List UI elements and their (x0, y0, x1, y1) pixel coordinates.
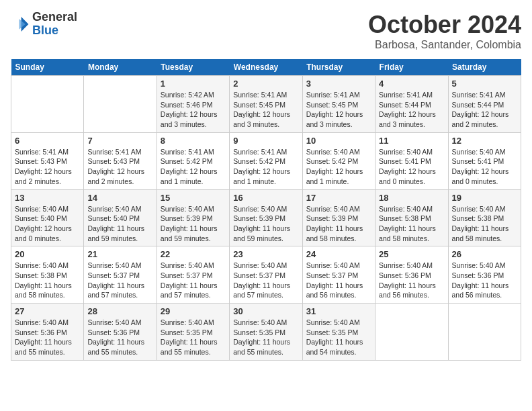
calendar-cell: 9Sunrise: 5:41 AM Sunset: 5:42 PM Daylig… (230, 132, 302, 189)
day-info: Sunrise: 5:40 AM Sunset: 5:41 PM Dayligh… (452, 147, 517, 187)
day-number: 11 (379, 136, 444, 146)
day-info: Sunrise: 5:41 AM Sunset: 5:43 PM Dayligh… (87, 147, 152, 187)
logo-text: General Blue (32, 11, 77, 38)
day-number: 3 (306, 79, 371, 89)
day-info: Sunrise: 5:40 AM Sunset: 5:37 PM Dayligh… (233, 261, 298, 300)
day-info: Sunrise: 5:40 AM Sunset: 5:37 PM Dayligh… (87, 261, 152, 300)
calendar-cell: 30Sunrise: 5:40 AM Sunset: 5:35 PM Dayli… (230, 304, 302, 361)
day-info: Sunrise: 5:40 AM Sunset: 5:42 PM Dayligh… (306, 147, 371, 187)
calendar-cell: 5Sunrise: 5:41 AM Sunset: 5:44 PM Daylig… (448, 76, 521, 133)
day-info: Sunrise: 5:40 AM Sunset: 5:36 PM Dayligh… (452, 261, 517, 300)
calendar-cell (11, 76, 84, 133)
calendar-cell: 24Sunrise: 5:40 AM Sunset: 5:37 PM Dayli… (302, 246, 375, 304)
calendar-cell: 1Sunrise: 5:42 AM Sunset: 5:46 PM Daylig… (157, 76, 229, 133)
day-number: 19 (452, 193, 517, 203)
day-info: Sunrise: 5:40 AM Sunset: 5:36 PM Dayligh… (15, 318, 80, 357)
calendar-cell: 22Sunrise: 5:40 AM Sunset: 5:37 PM Dayli… (157, 246, 229, 304)
calendar-cell: 13Sunrise: 5:40 AM Sunset: 5:40 PM Dayli… (11, 189, 84, 246)
day-number: 26 (452, 249, 517, 259)
day-number: 9 (233, 136, 298, 146)
weekday-header-friday: Friday (375, 59, 448, 76)
calendar-cell: 31Sunrise: 5:40 AM Sunset: 5:35 PM Dayli… (302, 304, 375, 361)
day-number: 6 (15, 136, 80, 146)
day-info: Sunrise: 5:40 AM Sunset: 5:39 PM Dayligh… (306, 204, 371, 244)
calendar-cell: 2Sunrise: 5:41 AM Sunset: 5:45 PM Daylig… (230, 76, 302, 133)
calendar-cell (448, 304, 521, 361)
calendar-cell: 11Sunrise: 5:40 AM Sunset: 5:41 PM Dayli… (375, 132, 448, 189)
calendar-table: SundayMondayTuesdayWednesdayThursdayFrid… (11, 59, 521, 361)
day-number: 1 (161, 79, 226, 89)
day-info: Sunrise: 5:41 AM Sunset: 5:43 PM Dayligh… (15, 147, 80, 187)
day-number: 10 (306, 136, 371, 146)
weekday-header-tuesday: Tuesday (157, 59, 229, 76)
day-info: Sunrise: 5:40 AM Sunset: 5:39 PM Dayligh… (233, 204, 298, 244)
calendar-cell: 12Sunrise: 5:40 AM Sunset: 5:41 PM Dayli… (448, 132, 521, 189)
calendar-cell: 17Sunrise: 5:40 AM Sunset: 5:39 PM Dayli… (302, 189, 375, 246)
page-header: General Blue October 2024 Barbosa, Santa… (11, 11, 521, 51)
weekday-header-saturday: Saturday (448, 59, 521, 76)
calendar-cell: 3Sunrise: 5:41 AM Sunset: 5:45 PM Daylig… (302, 76, 375, 133)
day-info: Sunrise: 5:40 AM Sunset: 5:37 PM Dayligh… (306, 261, 371, 300)
day-number: 15 (161, 193, 226, 203)
calendar-cell: 21Sunrise: 5:40 AM Sunset: 5:37 PM Dayli… (84, 246, 157, 304)
weekday-header-thursday: Thursday (302, 59, 375, 76)
location-subtitle: Barbosa, Santander, Colombia (368, 39, 521, 51)
day-number: 14 (87, 193, 152, 203)
day-number: 27 (15, 306, 80, 316)
calendar-cell: 20Sunrise: 5:40 AM Sunset: 5:38 PM Dayli… (11, 246, 84, 304)
day-number: 12 (452, 136, 517, 146)
day-info: Sunrise: 5:40 AM Sunset: 5:41 PM Dayligh… (379, 147, 444, 187)
calendar-cell (84, 76, 157, 133)
day-info: Sunrise: 5:40 AM Sunset: 5:37 PM Dayligh… (161, 261, 226, 300)
calendar-cell: 4Sunrise: 5:41 AM Sunset: 5:44 PM Daylig… (375, 76, 448, 133)
day-number: 7 (87, 136, 152, 146)
day-info: Sunrise: 5:40 AM Sunset: 5:35 PM Dayligh… (233, 318, 298, 357)
logo-line2: Blue (32, 24, 77, 38)
day-info: Sunrise: 5:40 AM Sunset: 5:35 PM Dayligh… (161, 318, 226, 357)
day-info: Sunrise: 5:41 AM Sunset: 5:42 PM Dayligh… (233, 147, 298, 187)
day-info: Sunrise: 5:40 AM Sunset: 5:38 PM Dayligh… (452, 204, 517, 244)
calendar-cell: 26Sunrise: 5:40 AM Sunset: 5:36 PM Dayli… (448, 246, 521, 304)
logo-icon (11, 15, 30, 34)
calendar-cell: 18Sunrise: 5:40 AM Sunset: 5:38 PM Dayli… (375, 189, 448, 246)
day-info: Sunrise: 5:41 AM Sunset: 5:45 PM Dayligh… (233, 90, 298, 130)
day-number: 16 (233, 193, 298, 203)
day-number: 28 (87, 306, 152, 316)
day-info: Sunrise: 5:41 AM Sunset: 5:44 PM Dayligh… (452, 90, 517, 130)
weekday-header-sunday: Sunday (11, 59, 84, 76)
weekday-header-monday: Monday (84, 59, 157, 76)
title-block: October 2024 Barbosa, Santander, Colombi… (368, 11, 521, 51)
day-info: Sunrise: 5:40 AM Sunset: 5:36 PM Dayligh… (87, 318, 152, 357)
logo: General Blue (11, 11, 77, 38)
calendar-cell: 19Sunrise: 5:40 AM Sunset: 5:38 PM Dayli… (448, 189, 521, 246)
day-info: Sunrise: 5:41 AM Sunset: 5:42 PM Dayligh… (161, 147, 226, 187)
day-number: 20 (15, 249, 80, 259)
logo-line1: General (32, 11, 77, 24)
calendar-cell: 10Sunrise: 5:40 AM Sunset: 5:42 PM Dayli… (302, 132, 375, 189)
calendar-cell: 15Sunrise: 5:40 AM Sunset: 5:39 PM Dayli… (157, 189, 229, 246)
day-number: 5 (452, 79, 517, 89)
calendar-cell: 28Sunrise: 5:40 AM Sunset: 5:36 PM Dayli… (84, 304, 157, 361)
calendar-cell: 6Sunrise: 5:41 AM Sunset: 5:43 PM Daylig… (11, 132, 84, 189)
day-info: Sunrise: 5:40 AM Sunset: 5:39 PM Dayligh… (161, 204, 226, 244)
day-number: 21 (87, 249, 152, 259)
day-number: 25 (379, 249, 444, 259)
day-info: Sunrise: 5:40 AM Sunset: 5:35 PM Dayligh… (306, 318, 371, 357)
weekday-header-wednesday: Wednesday (230, 59, 302, 76)
day-number: 24 (306, 249, 371, 259)
day-number: 22 (161, 249, 226, 259)
calendar-cell: 27Sunrise: 5:40 AM Sunset: 5:36 PM Dayli… (11, 304, 84, 361)
day-number: 17 (306, 193, 371, 203)
month-title: October 2024 (368, 11, 521, 39)
day-number: 18 (379, 193, 444, 203)
day-number: 30 (233, 306, 298, 316)
day-number: 2 (233, 79, 298, 89)
day-info: Sunrise: 5:42 AM Sunset: 5:46 PM Dayligh… (161, 90, 226, 130)
day-number: 31 (306, 306, 371, 316)
day-info: Sunrise: 5:40 AM Sunset: 5:40 PM Dayligh… (87, 204, 152, 244)
day-number: 23 (233, 249, 298, 259)
day-info: Sunrise: 5:40 AM Sunset: 5:38 PM Dayligh… (15, 261, 80, 300)
day-number: 13 (15, 193, 80, 203)
day-info: Sunrise: 5:40 AM Sunset: 5:40 PM Dayligh… (15, 204, 80, 244)
day-info: Sunrise: 5:40 AM Sunset: 5:38 PM Dayligh… (379, 204, 444, 244)
